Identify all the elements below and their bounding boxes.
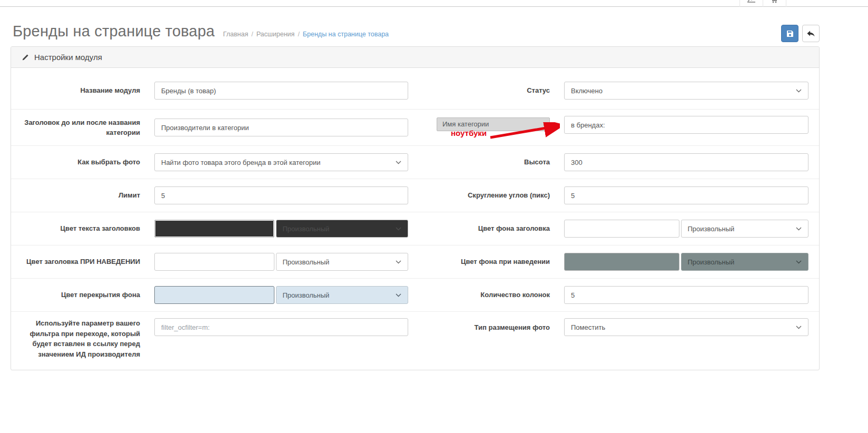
top-navbar [0,0,868,7]
photo-mode-label: Как выбрать фото [22,157,140,168]
header-bg-color-swatch-input[interactable] [564,220,679,238]
chevron-down-icon [396,227,401,231]
heading-title-label: Заголовок до или после названия категори… [22,117,140,138]
title-color-select[interactable]: Произвольный [276,220,409,238]
reply-arrow-icon [806,29,815,38]
placement-select[interactable]: Поместить [564,318,808,336]
form-row-overlay-color: Цвет перекрытия фона Произвольный Количе… [11,279,819,312]
overlay-color-select[interactable]: Произвольный [276,286,409,304]
chevron-down-icon [396,260,401,264]
hover-bg-color-label: Цвет фона при наведении [422,257,550,267]
hover-title-color-label: Цвет заголовка ПРИ НАВЕДЕНИИ [22,257,140,267]
category-name-chip: Имя категории [437,117,550,131]
breadcrumb-separator: / [251,31,253,38]
chevron-down-icon [796,326,802,329]
columns-label: Количество колонок [422,290,550,300]
form-row-filter-param: Используйте параметр вашего фильтра при … [11,312,819,370]
header-bg-color-label: Цвет фона заголовка [422,223,550,234]
form-row-module-name: Название модуля Статус Включено [11,68,819,110]
limit-label: Лимит [22,190,140,201]
module-name-input[interactable] [154,82,408,100]
title-color-swatch-input[interactable] [154,220,274,238]
navbar-item-stats[interactable] [739,0,763,7]
form-row-title-color: Цвет текста заголовков Произвольный Цвет… [11,212,819,245]
hover-bg-color-swatch-input[interactable] [564,253,679,271]
cart-icon [771,0,778,3]
form-row-limit: Лимит Скругление углов (пикс) [11,179,819,212]
filter-param-label: Используйте параметр вашего фильтра при … [22,318,140,359]
limit-input[interactable] [154,186,408,204]
title-color-label: Цвет текста заголовков [22,223,140,234]
heading-title-input[interactable] [154,119,408,136]
heading-suffix-input[interactable] [564,116,808,134]
module-settings-panel: Настройки модуля Название модуля Статус … [11,46,820,370]
breadcrumb-current[interactable]: Бренды на странице товара [303,31,389,38]
save-button[interactable] [781,25,798,42]
header-bg-color-select[interactable]: Произвольный [681,220,809,238]
hover-title-color-select[interactable]: Произвольный [276,253,409,271]
status-select[interactable]: Включено [564,82,808,100]
overlay-color-label: Цвет перекрытия фона [22,290,140,300]
chart-icon [747,0,755,3]
form-row-hover-color: Цвет заголовка ПРИ НАВЕДЕНИИ Произвольны… [11,245,819,279]
chevron-down-icon [796,227,802,231]
status-label: Статус [422,85,550,96]
back-button[interactable] [802,25,820,42]
navbar-item-orders[interactable] [763,0,786,7]
chevron-down-icon [796,89,802,93]
photo-mode-select[interactable]: Найти фото товара этого бренда в этой ка… [154,153,408,171]
pencil-icon [22,54,29,61]
hover-bg-color-select[interactable]: Произвольный [681,253,809,271]
page-title: Бренды на странице товара [13,23,215,40]
form-row-heading-title: Заголовок до или после названия категори… [11,110,819,146]
breadcrumb-separator: / [298,31,299,38]
chevron-down-icon [796,260,802,264]
panel-heading: Настройки модуля [11,47,819,68]
overlay-color-swatch-input[interactable] [154,286,274,304]
panel-title: Настройки модуля [34,53,102,62]
columns-input[interactable] [564,286,808,304]
module-name-label: Название модуля [22,85,140,96]
floppy-disk-icon [786,29,794,38]
breadcrumb-home[interactable]: Главная [223,31,249,38]
radius-input[interactable] [564,186,808,204]
placement-label: Тип размещения фото [422,318,550,333]
chevron-down-icon [396,293,401,297]
radius-label: Скругление углов (пикс) [422,190,550,201]
height-input[interactable] [564,153,808,171]
breadcrumb-extensions[interactable]: Расширения [257,31,295,38]
breadcrumb: Главная/Расширения/Бренды на странице то… [223,31,389,38]
height-label: Высота [422,157,550,168]
filter-param-input[interactable] [154,318,408,336]
hover-title-color-swatch-input[interactable] [154,253,274,271]
page-header: Бренды на странице товара Главная/Расшир… [0,7,868,46]
form-row-photo-mode: Как выбрать фото Найти фото товара этого… [11,146,819,179]
chevron-down-icon [396,161,401,164]
